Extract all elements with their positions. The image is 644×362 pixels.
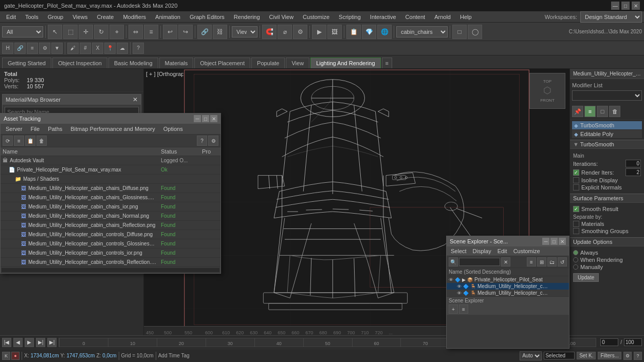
se-restore-btn[interactable]: □	[550, 238, 558, 245]
se-bottom-btn-2[interactable]: ≡	[459, 304, 468, 314]
maximize-button[interactable]: □	[621, 2, 630, 10]
select-btn[interactable]: ↖	[48, 25, 62, 39]
modifier-dropdown[interactable]	[572, 90, 642, 101]
unlink-btn[interactable]: ⛓	[213, 25, 227, 39]
material-editor-btn[interactable]: 💎	[362, 25, 376, 39]
set-k-btn[interactable]: Set K.	[577, 352, 596, 359]
toggle-ribbon-btn[interactable]: ▼	[51, 43, 63, 54]
update-options-header[interactable]: Update Options	[570, 237, 644, 246]
bc-key-btn[interactable]: K	[2, 352, 10, 360]
turbosmooth-modifier[interactable]: ◆ TurboSmooth	[572, 121, 642, 129]
current-frame-input[interactable]	[600, 338, 618, 346]
always-radio[interactable]	[573, 250, 578, 255]
modifier-settings-btn[interactable]: ≡	[584, 106, 596, 117]
render-btn[interactable]: ▶	[312, 25, 326, 39]
menu-views[interactable]: Views	[68, 13, 91, 21]
at-btn-2[interactable]: ≡	[14, 136, 24, 146]
tab-getting-started[interactable]: Getting Started	[2, 58, 51, 68]
se-item-2[interactable]: 👁 🔷 🪑 Medium_Utility_Helicopter_cabin_co…	[447, 290, 569, 296]
menu-content[interactable]: Content	[401, 13, 430, 21]
selection-filter-dropdown[interactable]: All	[2, 26, 43, 37]
se-filter-btn[interactable]: ≡	[527, 257, 536, 266]
se-search-btn[interactable]: 🔍	[449, 257, 458, 266]
navigation-cube[interactable]: TOP ⬡ FRONT	[529, 73, 565, 109]
at-row-11[interactable]: 🖼 Medium_Utility_Helicopter_cabin_contro…	[1, 258, 220, 267]
redo-btn[interactable]: ↪	[178, 25, 193, 39]
update-button[interactable]: Update	[573, 273, 599, 282]
prev-frame-btn[interactable]: ◀	[13, 338, 23, 347]
snap-settings-btn[interactable]: ⚙	[293, 25, 307, 39]
at-settings-btn[interactable]: ⚙	[208, 136, 218, 146]
scene-states-btn[interactable]: 📋	[346, 25, 361, 39]
environment-btn[interactable]: 🌐	[377, 25, 392, 39]
isolate-btn[interactable]: ◯	[468, 25, 482, 39]
at-row-3[interactable]: 🖼 Medium_Utility_Helicopter_cabin_chairs…	[1, 184, 220, 193]
menu-interactive[interactable]: Interactive	[366, 13, 400, 21]
menu-customize[interactable]: Customize	[299, 13, 334, 21]
display-btn[interactable]: □	[452, 25, 467, 39]
asset-tracking-minimize[interactable]: ─	[194, 115, 201, 122]
minimize-button[interactable]: —	[611, 2, 619, 10]
link-btn[interactable]: 🔗	[197, 25, 212, 39]
at-btn-1[interactable]: ⟳	[3, 136, 13, 146]
workspace-dropdown[interactable]: Design Standard	[580, 11, 642, 23]
material-browser-close[interactable]: ✕	[133, 96, 138, 103]
se-bottom-btn-1[interactable]: +	[449, 304, 458, 314]
se-minimize-btn[interactable]: ─	[542, 238, 549, 245]
scene-explorer-header[interactable]: Scene Explorer - Sce... ─ □ ✕	[447, 236, 569, 246]
place-btn[interactable]: 📍	[104, 43, 116, 54]
when-rendering-radio[interactable]	[573, 257, 578, 262]
at-row-7[interactable]: 🖼 Medium_Utility_Helicopter_cabin_chairs…	[1, 221, 220, 230]
undo-btn[interactable]: ↩	[163, 25, 177, 39]
menu-create[interactable]: Create	[93, 13, 118, 21]
scale-btn[interactable]: ⌖	[109, 25, 124, 39]
editable-poly-modifier[interactable]: ◆ Editable Poly	[572, 130, 642, 138]
snap-toggle-btn[interactable]: 🧲	[262, 25, 277, 39]
at-row-8[interactable]: 🖼 Medium_Utility_Helicopter_cabin_contro…	[1, 230, 220, 239]
at-row-5[interactable]: 🖼 Medium_Utility_Helicopter_cabin_chairs…	[1, 202, 220, 212]
at-menu-server[interactable]: Server	[3, 125, 25, 133]
menu-edit[interactable]: Edit	[2, 13, 20, 21]
last-frame-btn[interactable]: ▶|	[47, 338, 57, 347]
menu-help[interactable]: Help	[456, 13, 476, 21]
explicit-normals-checkbox[interactable]	[573, 184, 579, 190]
at-btn-4[interactable]: 🗑	[36, 136, 47, 146]
at-row-0[interactable]: 🏛 Autodesk Vault Logged O...	[1, 156, 220, 165]
smooth-result-checkbox[interactable]: ✓	[573, 206, 579, 212]
menu-group[interactable]: Group	[44, 13, 68, 21]
props-btn[interactable]: ⚙	[39, 43, 50, 54]
menu-arnold[interactable]: Arnold	[430, 13, 455, 21]
menu-rendering[interactable]: Rendering	[230, 13, 264, 21]
se-item-1[interactable]: 👁 🔷 🪑 Medium_Utility_Helicopter_cabin_pi…	[447, 283, 569, 290]
at-menu-options[interactable]: Options	[160, 125, 186, 133]
layer-btn[interactable]: ≡	[27, 43, 38, 54]
se-menu-display[interactable]: Display	[471, 247, 493, 255]
at-row-6[interactable]: 🖼 Medium_Utility_Helicopter_cabin_chairs…	[1, 212, 220, 221]
at-btn-3[interactable]: 📋	[25, 136, 35, 146]
isoline-checkbox[interactable]	[573, 177, 579, 183]
se-expand-btn[interactable]: ⊞	[537, 257, 546, 266]
at-menu-bitmap-perf[interactable]: Bitmap Performance and Memory	[67, 125, 158, 133]
named-selection-dropdown[interactable]: cabin_chairs	[396, 26, 448, 37]
selected-input[interactable]	[544, 352, 575, 359]
mirror-btn[interactable]: ⇔	[128, 25, 143, 39]
menu-scripting[interactable]: Scripting	[335, 13, 365, 21]
at-row-1[interactable]: 📄 Private_Helicopter_Pilot_Seat_max_vray…	[1, 165, 220, 175]
se-refresh-btn[interactable]: ↺	[558, 257, 567, 266]
at-row-4[interactable]: 🖼 Medium_Utility_Helicopter_cabin_chairs…	[1, 193, 220, 202]
se-close-btn[interactable]: ✕	[559, 238, 566, 245]
asset-tracking-header[interactable]: Asset Tracking ─ □ ✕	[1, 113, 220, 124]
render-frame-btn[interactable]: 🖼	[327, 25, 342, 39]
menu-modifiers[interactable]: Modifiers	[119, 13, 150, 21]
help-btn[interactable]: ?	[634, 352, 642, 360]
hierarchy-btn[interactable]: H	[2, 43, 13, 54]
smoothing-checkbox[interactable]	[573, 228, 579, 234]
filters-btn[interactable]: Filters...	[598, 352, 621, 359]
at-row-9[interactable]: 🖼 Medium_Utility_Helicopter_cabin_contro…	[1, 239, 220, 249]
menu-animation[interactable]: Animation	[151, 13, 185, 21]
at-menu-file[interactable]: File	[27, 125, 43, 133]
se-search-input[interactable]	[459, 258, 500, 266]
align-btn[interactable]: ≡	[144, 25, 158, 39]
menu-tools[interactable]: Tools	[21, 13, 43, 21]
menu-civil-view[interactable]: Civil View	[265, 13, 298, 21]
